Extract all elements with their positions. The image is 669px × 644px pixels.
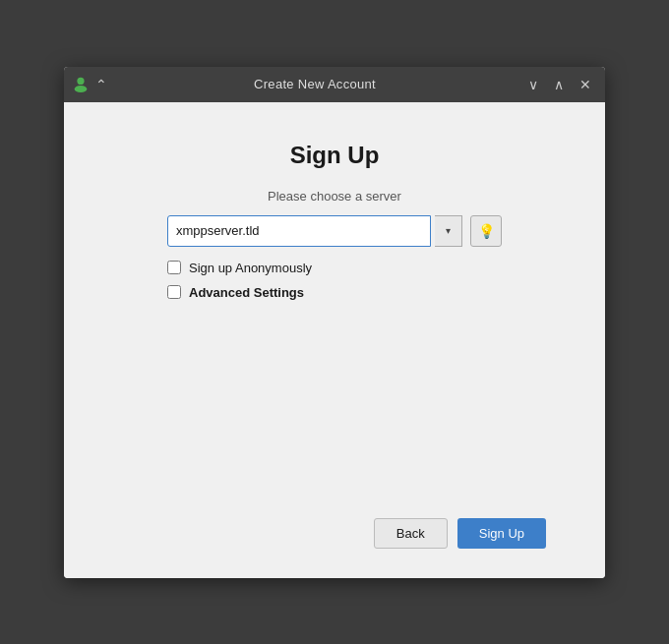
back-button[interactable]: Back [374,518,448,549]
signup-button[interactable]: Sign Up [457,518,546,549]
server-row: ▾ 💡 [167,215,502,247]
advanced-row: Advanced Settings [167,285,502,300]
anonymous-checkbox[interactable] [167,261,181,274]
dropdown-button[interactable]: ▾ [435,215,462,247]
page-title: Sign Up [290,142,380,169]
main-content: Sign Up Please choose a server ▾ 💡 Sign … [64,102,605,578]
svg-point-0 [77,77,84,84]
window-title: Create New Account [107,77,522,91]
anonymous-row: Sign up Anonymously [167,261,502,275]
subtitle: Please choose a server [268,189,401,204]
titlebar-controls: ∨ ∧ ✕ [522,76,597,93]
svg-point-1 [75,85,88,91]
up-icon[interactable]: ⌃ [95,77,107,92]
info-button[interactable]: 💡 [470,215,502,247]
advanced-label[interactable]: Advanced Settings [189,285,304,300]
advanced-checkbox[interactable] [167,285,181,299]
person-icon [72,76,90,93]
dropdown-arrow-icon: ▾ [446,225,451,236]
titlebar: ⌃ Create New Account ∨ ∧ ✕ [64,67,605,102]
lightbulb-icon: 💡 [478,223,495,239]
maximize-button[interactable]: ∧ [548,76,570,93]
button-row: Back Sign Up [123,508,546,549]
create-account-window: ⌃ Create New Account ∨ ∧ ✕ Sign Up Pleas… [64,67,605,578]
anonymous-label[interactable]: Sign up Anonymously [189,261,312,275]
close-button[interactable]: ✕ [574,76,597,93]
minimize-button[interactable]: ∨ [522,76,544,93]
server-input[interactable] [167,215,431,247]
titlebar-left: ⌃ [72,76,107,93]
